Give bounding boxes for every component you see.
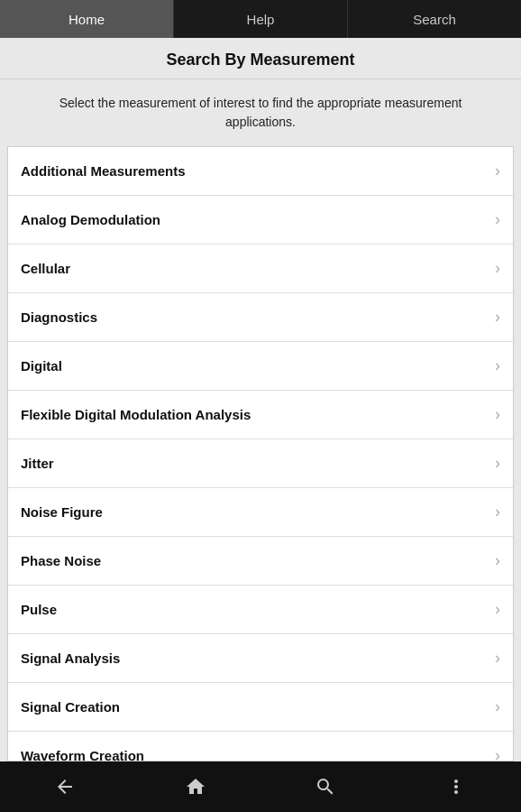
list-item-label: Jitter (21, 456, 54, 471)
chevron-right-icon: › (495, 161, 500, 180)
list-item-label: Analog Demodulation (21, 212, 160, 227)
list-item-label: Phase Noise (21, 553, 101, 568)
chevron-right-icon: › (495, 551, 500, 570)
home-button[interactable] (167, 769, 224, 805)
list-item-label: Noise Figure (21, 504, 103, 520)
search-button[interactable] (297, 769, 354, 805)
list-item[interactable]: Jitter› (8, 439, 513, 488)
chevron-right-icon: › (495, 454, 500, 473)
top-navigation: Home Help Search (0, 0, 521, 38)
chevron-right-icon: › (495, 308, 500, 327)
more-options-button[interactable] (427, 769, 485, 805)
chevron-right-icon: › (495, 649, 500, 668)
list-item[interactable]: Diagnostics› (8, 293, 513, 342)
tab-help[interactable]: Help (174, 0, 348, 38)
list-item[interactable]: Phase Noise› (8, 537, 513, 586)
list-item[interactable]: Noise Figure› (8, 488, 513, 537)
list-item-label: Pulse (21, 602, 57, 617)
list-item-label: Cellular (21, 261, 70, 276)
back-button[interactable] (36, 769, 94, 805)
list-item-label: Waveform Creation (21, 748, 144, 761)
list-item-label: Diagnostics (21, 309, 97, 325)
list-item[interactable]: Additional Measurements› (8, 147, 513, 196)
list-item[interactable]: Analog Demodulation› (8, 196, 513, 245)
list-item[interactable]: Signal Creation› (8, 683, 513, 732)
page-description: Select the measurement of interest to fi… (0, 79, 521, 146)
list-item[interactable]: Waveform Creation› (8, 732, 513, 761)
list-item-label: Digital (21, 358, 62, 374)
bottom-navigation (0, 761, 521, 812)
list-item-label: Signal Analysis (21, 651, 120, 666)
list-item-label: Flexible Digital Modulation Analysis (21, 407, 251, 422)
chevron-right-icon: › (495, 746, 500, 761)
chevron-right-icon: › (495, 503, 500, 521)
tab-home[interactable]: Home (0, 0, 174, 38)
chevron-right-icon: › (495, 600, 500, 619)
page-title: Search By Measurement (9, 51, 512, 69)
measurement-list: Additional Measurements›Analog Demodulat… (7, 146, 514, 761)
list-item[interactable]: Signal Analysis› (8, 634, 513, 683)
chevron-right-icon: › (495, 259, 500, 278)
chevron-right-icon: › (495, 356, 500, 375)
list-item[interactable]: Pulse› (8, 586, 513, 634)
chevron-right-icon: › (495, 405, 500, 424)
list-item-label: Additional Measurements (21, 163, 186, 179)
list-item[interactable]: Cellular› (8, 245, 513, 293)
list-item-label: Signal Creation (21, 699, 120, 715)
page-title-bar: Search By Measurement (0, 38, 521, 79)
list-item[interactable]: Flexible Digital Modulation Analysis› (8, 391, 513, 439)
list-item[interactable]: Digital› (8, 342, 513, 391)
chevron-right-icon: › (495, 697, 500, 716)
chevron-right-icon: › (495, 210, 500, 229)
tab-search[interactable]: Search (348, 0, 521, 38)
